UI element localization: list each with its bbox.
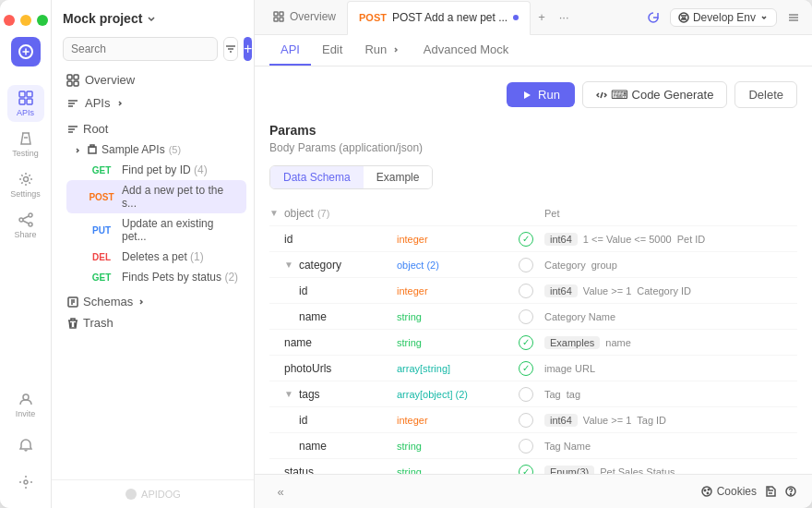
filter-button[interactable] [223,37,238,61]
schema-tab-example[interactable]: Example [364,166,433,188]
svg-rect-17 [274,12,278,16]
group-label: Sample APIs [102,143,165,156]
svg-point-23 [704,490,705,490]
nav-share-label: Share [14,230,36,239]
nav-testing[interactable]: Testing [7,126,44,163]
overview-label: Overview [85,73,135,87]
api-item-put-pet[interactable]: PUT Update an existing pet... [66,213,246,247]
sidebar-item-overview[interactable]: Overview [59,68,246,91]
svg-point-22 [702,487,711,496]
sidebar-header: Mock project [52,0,254,33]
notification-icon[interactable] [11,430,41,460]
tab-api[interactable]: API [269,35,311,66]
env-selector[interactable]: Develop Env [670,8,777,27]
tab-overview[interactable]: Overview [262,0,347,35]
status-actions: Cookies [700,485,797,498]
tab-modified-indicator [513,15,519,20]
window-controls [4,7,48,37]
status-required-check: ✓ [519,465,533,475]
schema-field-category-id: id integer int64 Value >= 1 Category ID [269,278,797,304]
svg-point-9 [23,394,29,400]
trash-label: Trash [83,316,113,330]
api-item-get-pets-status[interactable]: GET Finds Pets by status (2) [66,267,246,287]
root-label: Root [83,122,108,136]
add-tab-button[interactable]: + [531,6,553,29]
tab-post-pet[interactable]: POST POST Add a new pet ... [347,1,531,36]
schema-root-row: ▼ object (7) Pet [269,200,797,226]
tab-run[interactable]: Run [353,35,412,66]
icon-sidebar-bottom: Invite [7,386,44,508]
schema-tab-data[interactable]: Data Schema [270,166,364,188]
api-item-get-pet[interactable]: GET Find pet by ID (4) [66,160,246,180]
main-content: Run ⌨ Code Generate Delete Params Body P… [255,67,812,474]
nav-apis[interactable]: APIs [7,85,44,122]
env-label: Develop Env [693,11,756,24]
api-item-del-pet[interactable]: DEL Deletes a pet (1) [66,247,246,267]
add-button[interactable]: + [244,37,252,61]
nav-settings[interactable]: Settings [7,166,44,203]
code-generate-button[interactable]: ⌨ Code Generate [582,81,728,108]
maximize-button[interactable] [37,15,48,26]
name-required-check: ✓ [519,335,533,350]
delete-button[interactable]: Delete [734,81,797,108]
svg-point-10 [24,480,28,484]
tab-actions: Develop Env [642,6,805,29]
cookies-button[interactable]: Cookies [700,485,757,498]
sidebar-footer: APIDOG [52,479,254,508]
tags-collapse-toggle[interactable]: ▼ [284,389,293,399]
menu-button[interactable] [782,6,805,29]
id-required-check: ✓ [519,232,533,247]
refresh-icon[interactable] [642,6,664,29]
collapse-all-button[interactable]: « [269,480,292,502]
search-input[interactable] [63,37,218,61]
nav-testing-label: Testing [12,149,39,158]
minimize-button[interactable] [20,15,31,26]
run-button[interactable]: Run [507,82,575,107]
svg-rect-20 [280,18,283,21]
more-tabs-button[interactable]: ··· [553,6,575,29]
nav-invite-label: Invite [16,409,36,418]
svg-rect-11 [67,75,72,79]
category-name-required-check [519,309,533,324]
svg-rect-1 [19,91,25,97]
save-icon[interactable] [764,485,777,498]
nav-invite[interactable]: Invite [7,386,44,423]
api-group: Sample APIs (5) GET Find pet by ID (4) P… [59,139,246,287]
schema-field-tags-name: name string Tag Name [269,433,797,459]
tree-root[interactable]: Root [59,118,246,139]
api-get-pets-label: Finds Pets by status (2) [122,271,238,284]
svg-rect-12 [74,75,78,79]
svg-point-27 [791,494,792,495]
params-title: Params [269,123,797,138]
schemas-item[interactable]: Schemas [59,291,246,312]
settings-icon[interactable] [11,467,41,497]
method-get-badge: GET [85,164,118,176]
tab-advanced-mock[interactable]: Advanced Mock [412,35,520,66]
category-collapse-toggle[interactable]: ▼ [284,260,293,270]
icon-sidebar: APIs Testing Settings Share Invite [0,0,52,508]
app-logo [11,37,41,67]
tab-edit[interactable]: Edit [311,35,353,66]
tags-name-required-check [519,439,533,454]
method-get2-badge: GET [85,272,118,284]
api-item-post-pet[interactable]: POST Add a new pet to the s... [66,180,246,213]
svg-point-8 [29,223,32,226]
root-collapse-toggle[interactable]: ▼ [269,208,279,218]
app-branding: APIDOG [125,488,181,501]
nav-settings-label: Settings [10,189,41,199]
svg-point-7 [19,218,23,222]
svg-rect-13 [67,81,72,86]
schemas-label: Schemas [83,295,133,308]
sidebar-item-apis[interactable]: APIs [59,91,246,115]
trash-item[interactable]: Trash [59,312,246,333]
schema-tabs: Data Schema Example [269,165,433,189]
nav-share[interactable]: Share [7,207,44,244]
close-button[interactable] [4,15,15,26]
group-header[interactable]: Sample APIs (5) [66,139,246,160]
svg-point-25 [708,489,709,490]
sidebar-search: + [52,33,254,68]
tab-overview-label: Overview [290,10,336,23]
tab-post-label: POST [359,12,387,23]
help-icon[interactable] [784,485,797,498]
svg-rect-19 [274,18,278,21]
